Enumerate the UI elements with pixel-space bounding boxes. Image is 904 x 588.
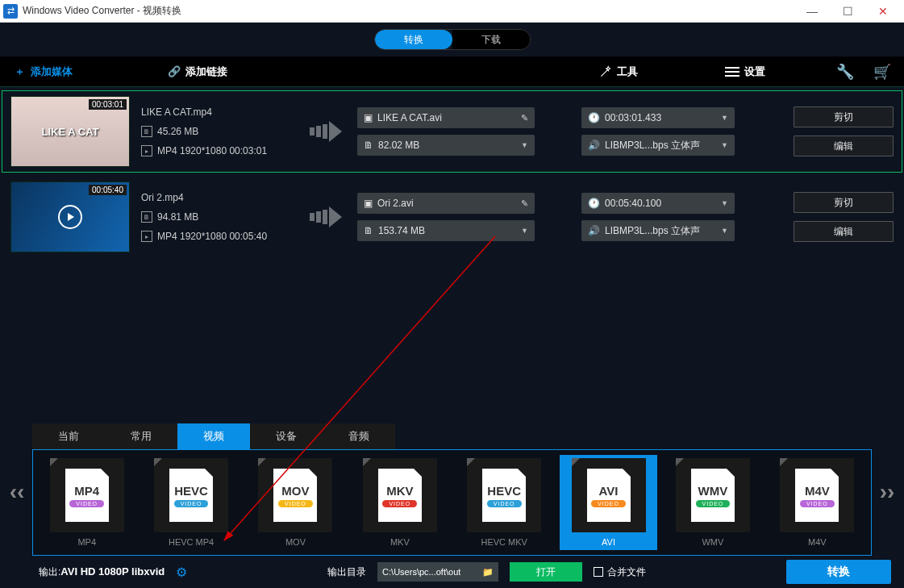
format-icon: MOVVIDEO [258,458,332,532]
fmt-tab-current[interactable]: 当前 [32,423,105,449]
folder-icon[interactable]: 📁 [482,567,494,578]
format-icon: AVIVIDEO [572,458,646,532]
format-card-mkv[interactable]: MKVVIDEOMKV [351,455,448,550]
format-card-hevc-mp4[interactable]: HEVCVIDEOHEVC MP4 [142,455,240,550]
output-audio-field[interactable]: 🔊LIBMP3L...bps 立体声▼ [581,135,735,156]
format-card-mp4[interactable]: MP4VIDEOMP4 [38,455,135,550]
tools-label: 工具 [617,65,638,79]
edit-icon[interactable]: ✎ [521,198,528,209]
output-size-field[interactable]: 🗎153.74 MB▼ [357,220,535,241]
format-card-mov[interactable]: MOVVIDEOMOV [247,455,344,550]
scroll-left-button[interactable]: ‹‹ [3,468,31,516]
wand-icon [599,65,612,78]
output-size-field[interactable]: 🗎82.02 MB▼ [357,135,535,156]
file-icon: 🗎 [141,211,152,223]
scroll-right-button[interactable]: ›› [873,468,901,516]
edit-button[interactable]: 编辑 [794,221,894,242]
cart-button[interactable]: 🛒 [873,63,891,81]
play-icon [58,205,82,229]
format-label: MP4 [77,537,96,547]
add-link-label: 添加链接 [185,65,227,79]
output-duration-field[interactable]: 🕐00:03:01.433▼ [581,107,735,128]
file-info: MP4 1920*1080 00:05:40 [157,231,267,242]
settings-button[interactable]: 设置 [725,65,765,79]
format-icon: HEVCVIDEO [154,458,228,532]
fmt-tab-device[interactable]: 设备 [250,423,323,449]
format-icon: M4VVIDEO [780,458,854,532]
output-audio-field[interactable]: 🔊LIBMP3L...bps 立体声▼ [581,220,735,241]
format-panel: 当前 常用 视频 设备 音频 MP4VIDEOMP4HEVCVIDEOHEVC … [0,423,904,556]
output-settings-button[interactable]: ⚙ [176,565,187,580]
fmt-tab-audio[interactable]: 音频 [323,423,395,449]
format-label: HEVC MP4 [169,537,214,547]
open-folder-button[interactable]: 打开 [510,562,582,582]
speaker-icon: 🔊 [588,225,600,236]
format-label: WMV [702,537,723,547]
format-card-avi[interactable]: AVIVIDEOAVI [560,455,657,550]
format-label: AVI [602,537,615,547]
format-card-m4v[interactable]: M4VVIDEOM4V [769,455,866,550]
thumbnail[interactable]: 00:03:01 LIKE A CAT [10,96,130,167]
cut-button[interactable]: 剪切 [794,106,894,127]
app-icon: ⇄ [3,4,18,19]
minimize-button[interactable]: — [794,0,830,23]
output-name-field[interactable]: ▣LIKE A CAT.avi✎ [357,107,535,128]
checkbox-icon [594,567,603,577]
file-info: MP4 1920*1080 00:03:01 [157,145,267,156]
fmt-tab-common[interactable]: 常用 [105,423,177,449]
cut-button[interactable]: 剪切 [794,192,894,213]
file-list: 00:03:01 LIKE A CAT LIKE A CAT.mp4 🗎45.2… [0,87,904,423]
convert-button[interactable]: 转换 [786,560,891,584]
thumb-duration: 00:05:40 [89,185,127,195]
output-name-field[interactable]: ▣Ori 2.avi✎ [357,193,535,214]
video-icon: ▣ [364,198,373,209]
merge-checkbox[interactable]: 合并文件 [594,565,646,579]
edit-button[interactable]: 编辑 [794,136,894,156]
list-item[interactable]: 00:03:01 LIKE A CAT LIKE A CAT.mp4 🗎45.2… [2,90,902,173]
chevron-down-icon: ▼ [521,227,528,235]
edit-icon[interactable]: ✎ [521,113,528,123]
arrow-icon [306,205,346,229]
format-card-hevc-mkv[interactable]: HEVCVIDEOHEVC MKV [456,455,553,550]
format-label: MOV [285,537,306,547]
format-label: HEVC MKV [481,537,527,547]
video-icon: ▣ [364,112,373,123]
chevron-down-icon: ▼ [721,227,728,235]
add-link-button[interactable]: 🔗 添加链接 [168,65,227,79]
arrow-icon [306,119,346,144]
clock-icon: 🕐 [588,198,600,209]
mode-tabs: 转换 下载 [0,23,904,56]
file-size: 94.81 MB [157,211,198,223]
speaker-icon: 🔊 [588,140,600,151]
file-icon: 🗎 [141,126,152,137]
format-icon: HEVCVIDEO [467,458,541,532]
chevron-down-icon: ▼ [521,141,528,149]
chevron-down-icon: ▼ [721,141,728,149]
format-icon: MP4VIDEO [50,458,124,532]
thumbnail[interactable]: 00:05:40 [10,181,130,252]
format-label: MKV [390,537,410,547]
add-media-button[interactable]: ＋ 添加媒体 [13,65,73,79]
file-size: 45.26 MB [157,126,198,137]
add-media-label: 添加媒体 [31,65,73,79]
chevron-down-icon: ▼ [721,114,728,122]
tab-download[interactable]: 下载 [452,30,530,49]
tools-button[interactable]: 工具 [599,65,638,79]
format-card-wmv[interactable]: WMVVIDEOWMV [664,455,761,550]
output-path-field[interactable]: C:\Users\pc...oft\out 📁 [377,562,498,582]
maximize-button[interactable]: ☐ [830,0,865,23]
thumb-text: LIKE A CAT [41,126,98,138]
play-icon: ▸ [141,231,152,242]
fmt-tab-video[interactable]: 视频 [177,423,250,449]
key-button[interactable]: 🔧 [836,63,854,81]
file-name: Ori 2.mp4 [141,192,184,203]
output-duration-field[interactable]: 🕐00:05:40.100▼ [581,193,735,214]
format-label: M4V [808,537,827,547]
list-item[interactable]: 00:05:40 Ori 2.mp4 🗎94.81 MB ▸MP4 1920*1… [2,176,902,258]
file-name: LIKE A CAT.mp4 [141,106,212,118]
close-button[interactable]: ✕ [865,0,901,23]
tab-convert[interactable]: 转换 [375,30,452,49]
outdir-label: 输出目录 [327,565,366,579]
titlebar: ⇄ Windows Video Converter - 视频转换 — ☐ ✕ [0,0,904,23]
key-icon: 🔧 [836,63,854,81]
